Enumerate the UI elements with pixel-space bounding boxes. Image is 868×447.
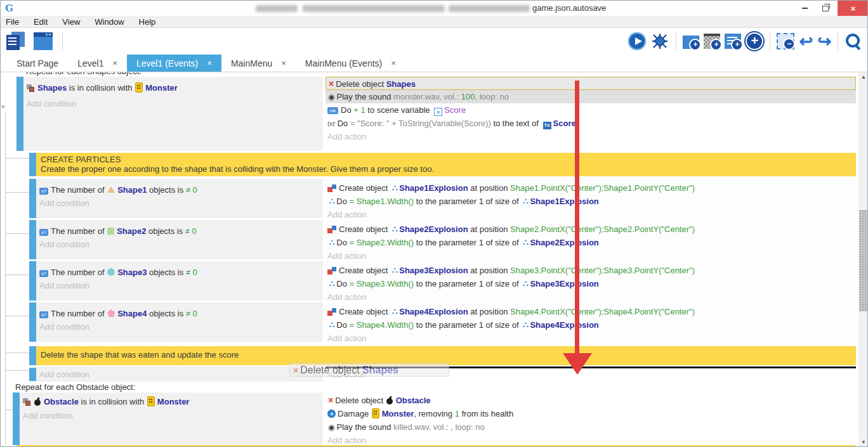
redo-icon[interactable]: ↪ — [817, 32, 831, 51]
tab-level1-events[interactable]: Level1 (Events)× — [127, 55, 221, 72]
condition-count-shape2[interactable]: x?The number of Shape2 objects is ≠ 0 — [39, 224, 323, 238]
dragged-action-ghost[interactable]: ×Delete object Shapes — [289, 363, 449, 377]
add-subevent-icon[interactable]: + — [704, 34, 720, 49]
comment-selection-bar[interactable] — [29, 153, 36, 176]
add-comment-icon[interactable]: + — [725, 34, 741, 49]
event2-conditions: Obstacle is in collision with Monster Ad… — [20, 392, 323, 445]
action-delete-obstacle[interactable]: ×Delete object Obstacle — [326, 394, 856, 407]
add-other-event-icon[interactable]: + — [746, 32, 763, 50]
menu-view[interactable]: View — [62, 17, 80, 27]
event-selection-bar[interactable] — [16, 77, 23, 151]
condition-collision[interactable]: Shapes is in collision with Monster — [27, 81, 323, 94]
action-delete-shapes[interactable]: ×Delete object Shapes — [326, 77, 856, 90]
vertical-scrollbar[interactable]: ▲ ▼ — [858, 72, 868, 447]
action-set-size-shape2[interactable]: ∴Do = Shape2.Width() to the parameter 1 … — [326, 236, 856, 249]
menu-help[interactable]: Help — [139, 17, 156, 27]
comment-body: Create the proper one according to the s… — [41, 164, 856, 174]
tab-close-icon[interactable]: × — [391, 58, 396, 68]
repeat-shapes-header: Repeat for each Shapes object: — [26, 72, 141, 76]
add-condition-button[interactable]: Add condition — [39, 320, 323, 334]
tab-close-icon[interactable]: × — [112, 58, 117, 68]
plus-badge-icon: + — [689, 39, 701, 51]
add-action-button[interactable]: Add action — [326, 290, 856, 304]
event1-actions: ×Delete object Shapes ◉Play the sound mo… — [326, 77, 856, 151]
add-condition-button[interactable]: Add condition — [27, 97, 323, 110]
add-condition-button[interactable]: Add condition — [39, 279, 323, 292]
action-create-shape2explosion[interactable]: Create object ∴Shape2Explosion at positi… — [326, 223, 856, 236]
project-manager-icon[interactable] — [6, 31, 26, 51]
close-button[interactable]: × — [838, 1, 868, 16]
annotation-arrow-line — [575, 81, 579, 354]
tab-close-icon[interactable]: × — [207, 58, 212, 68]
scroll-down-icon[interactable]: ▼ — [858, 437, 868, 447]
tab-start-page[interactable]: Start Page — [7, 55, 68, 72]
action-set-size-shape1[interactable]: ∴Do = Shape1.Width() to the parameter 1 … — [326, 195, 856, 208]
undo-icon[interactable]: ↩ — [799, 32, 813, 51]
comment-selection-bar[interactable] — [29, 346, 36, 365]
menu-window[interactable]: Window — [95, 17, 124, 27]
tree-tick — [5, 353, 29, 353]
scrollbar-thumb[interactable] — [859, 210, 868, 311]
menu-edit[interactable]: Edit — [34, 17, 48, 27]
action-change-text[interactable]: txtDo = "Score: " + ToString(Variable(Sc… — [326, 117, 856, 130]
action-set-size-shape3[interactable]: ∴Do = Shape3.Width() to the parameter 1 … — [326, 277, 856, 290]
add-condition-button[interactable]: Add condition — [23, 409, 323, 422]
tab-level1[interactable]: Level1× — [68, 55, 127, 72]
redacted-title-segment — [449, 5, 530, 12]
particles-icon: ∴ — [392, 224, 397, 234]
event-selection-bar[interactable] — [29, 368, 36, 381]
menu-file[interactable]: File — [6, 17, 19, 27]
action-change-scene-variable[interactable]: varDo + 1 to scene variable xScore — [326, 103, 856, 117]
add-action-button[interactable]: Add action — [326, 249, 856, 262]
action-set-size-shape4[interactable]: ∴Do = Shape4.Width() to the parameter 1 … — [326, 318, 856, 332]
play-icon[interactable] — [628, 32, 646, 50]
event-selection-bar[interactable] — [29, 220, 36, 259]
action-damage-monster[interactable]: Damage Monster, removing 1 from its heal… — [326, 407, 856, 420]
condition-count-shape4[interactable]: x?The number of Shape4 objects is ≠ 0 — [39, 307, 323, 320]
event-selection-bar[interactable] — [29, 179, 36, 218]
minimize-button[interactable] — [795, 1, 814, 16]
action-play-sound-killed[interactable]: ◉Play the sound killed.wav, vol.: , loop… — [326, 420, 856, 434]
condition-obstacle-collision[interactable]: Obstacle is in collision with Monster — [23, 395, 323, 408]
monster-object-icon — [147, 396, 155, 406]
repeat-obstacle-header[interactable]: Repeat for each Obstacle object: — [15, 382, 135, 392]
delete-selection-icon[interactable]: − — [777, 33, 794, 49]
particles-icon: ∴ — [523, 279, 528, 288]
event-selection-bar[interactable] — [29, 302, 36, 342]
add-action-button[interactable]: Add action — [326, 332, 856, 345]
action-create-shape1explosion[interactable]: Create object ∴Shape1Explosion at positi… — [326, 181, 856, 195]
add-condition-button[interactable]: Add condition — [39, 197, 323, 210]
shape2-square-icon — [107, 228, 114, 235]
tab-close-icon[interactable]: × — [281, 58, 286, 68]
condition-count-shape1[interactable]: x?The number of Shape1 objects is ≠ 0 — [39, 183, 323, 197]
action-play-sound-monster[interactable]: ◉Play the sound monster.wav, vol.: 100, … — [326, 90, 856, 103]
action-create-shape4explosion[interactable]: Create object ∴Shape4Explosion at positi… — [326, 305, 856, 318]
add-action-button[interactable]: Add action — [326, 130, 856, 143]
particles-icon: ∴ — [392, 266, 397, 275]
collapse-expander-icon[interactable]: ▾ — [1, 103, 5, 111]
add-event-icon[interactable]: + — [683, 34, 699, 49]
object-count-icon: x? — [39, 229, 48, 236]
event-selection-bar[interactable] — [13, 392, 20, 445]
collision-icon — [23, 398, 31, 406]
shape3-actions: Create object ∴Shape3Explosion at positi… — [326, 261, 856, 301]
window-title: game.json.autosave — [532, 3, 606, 13]
tab-mainmenu-events[interactable]: MainMenu (Events)× — [296, 55, 405, 72]
scroll-up-icon[interactable]: ▲ — [858, 72, 868, 82]
scene-editor-icon[interactable] — [34, 32, 53, 50]
add-action-button[interactable]: Add action — [326, 208, 856, 221]
tree-tick — [5, 275, 29, 275]
add-condition-button[interactable]: Add condition — [39, 368, 323, 381]
event-selection-bar[interactable] — [29, 261, 36, 301]
comment-create-particles[interactable]: CREATE PARTICLES Create the proper one a… — [36, 153, 856, 176]
debug-bug-icon[interactable] — [650, 32, 669, 51]
add-condition-button[interactable]: Add condition — [39, 238, 323, 251]
condition-count-shape3[interactable]: x?The number of Shape3 objects is ≠ 0 — [39, 266, 323, 279]
object-count-icon: x? — [39, 188, 48, 195]
tree-line — [5, 112, 6, 444]
search-icon[interactable] — [845, 32, 862, 50]
restore-button[interactable] — [815, 1, 836, 16]
menu-bar: File Edit View Window Help — [1, 16, 868, 28]
action-create-shape3explosion[interactable]: Create object ∴Shape3Explosion at positi… — [326, 264, 856, 277]
tab-mainmenu[interactable]: MainMenu× — [221, 55, 296, 72]
